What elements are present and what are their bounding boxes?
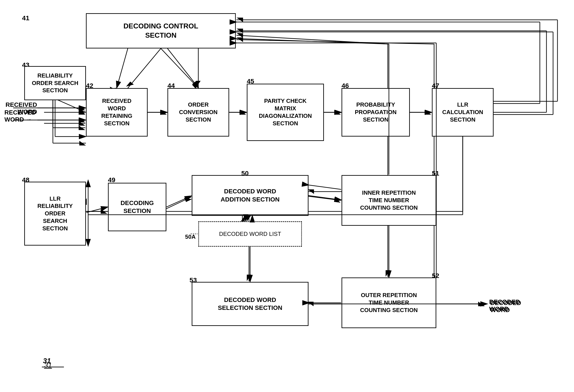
svg-line-30 — [236, 35, 388, 44]
order-conversion-section: ORDERCONVERSIONSECTION — [167, 88, 229, 137]
decoded-word-selection-section: DECODED WORDSELECTION SECTION — [192, 282, 308, 326]
label-50a: 50A — [185, 234, 196, 240]
outer-repetition-section: OUTER REPETITIONTIME NUMBERCOUNTING SECT… — [342, 277, 436, 328]
diagram: 41 DECODING CONTROLSECTION 43 RELIABILIT… — [0, 0, 574, 392]
received-word-text: RECEIVEDWORD — [5, 101, 37, 115]
decoding-control-section: DECODING CONTROLSECTION — [86, 13, 236, 48]
svg-line-67 — [86, 207, 107, 213]
label-41: 41 — [22, 14, 29, 22]
figure-31-label: 31 — [44, 361, 52, 369]
inner-repetition-section: INNER REPETITIONTIME NUMBERCOUNTING SECT… — [342, 175, 436, 226]
svg-line-68 — [166, 196, 191, 207]
svg-line-51 — [117, 48, 128, 88]
svg-line-8 — [161, 48, 198, 88]
reliability-order-search-section: RELIABILITYORDER SEARCHSECTION — [24, 66, 86, 100]
svg-line-27 — [306, 196, 341, 200]
received-word-retaining-section: RECEIVEDWORDRETAININGSECTION — [86, 88, 148, 137]
svg-line-26 — [165, 197, 191, 209]
label-49: 49 — [108, 176, 115, 184]
llr-calculation-section: LLRCALCULATIONSECTION — [432, 88, 493, 137]
decoded-word-addition-section: DECODED WORDADDITION SECTION — [192, 175, 308, 216]
probability-propagation-section: PROBABILITYPROPAGATIONSECTION — [342, 88, 410, 137]
parity-check-section: PARITY CHECKMATRIXDIAGONALIZATIONSECTION — [247, 84, 324, 141]
svg-line-74 — [236, 39, 389, 44]
decoding-section: DECODINGSECTION — [108, 183, 166, 231]
svg-line-72 — [308, 185, 341, 189]
svg-line-71 — [308, 196, 341, 200]
decoded-word-list: DECODED WORD LIST — [198, 221, 302, 247]
llr-reliability-section: LLRRELIABILITYORDERSEARCHSECTION — [24, 182, 86, 246]
svg-line-7 — [128, 48, 161, 88]
svg-line-36 — [236, 40, 434, 44]
decoded-word-text: DECODEDWORD — [490, 299, 521, 314]
